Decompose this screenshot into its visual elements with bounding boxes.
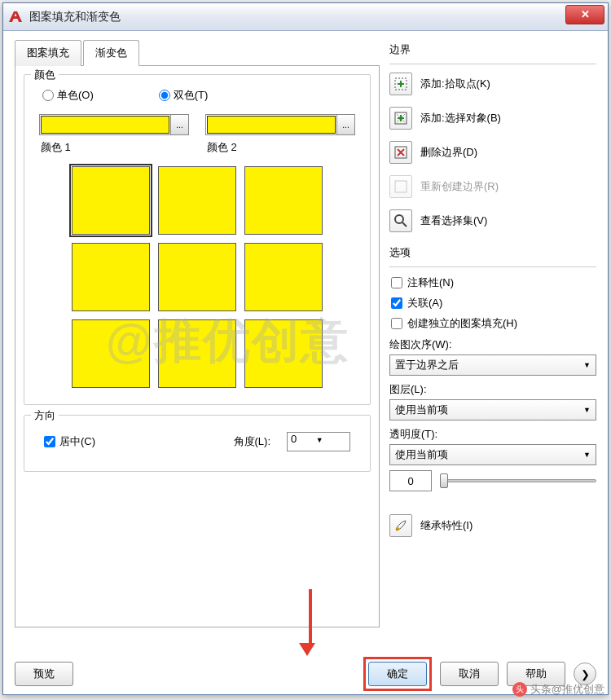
svg-rect-3 — [395, 181, 407, 192]
view-selection-button[interactable] — [389, 209, 412, 232]
cancel-button[interactable]: 取消 — [440, 662, 499, 686]
gradient-pattern-4[interactable] — [72, 243, 150, 311]
add-pick-label: 添加:拾取点(K) — [420, 77, 596, 91]
svg-point-5 — [396, 527, 399, 531]
one-color-radio[interactable]: 单色(O) — [42, 88, 94, 103]
toutiao-icon: 头 — [512, 682, 527, 697]
add-select-object-button[interactable] — [389, 107, 412, 130]
close-icon: ✕ — [581, 8, 590, 20]
chevron-right-icon: ❯ — [581, 668, 590, 680]
color2-swatch[interactable]: ... — [205, 114, 355, 135]
gradient-pattern-6[interactable] — [244, 243, 323, 311]
angle-select[interactable]: 0 ▼ — [287, 432, 350, 451]
gradient-pattern-7[interactable] — [72, 319, 150, 388]
chevron-down-icon: ▼ — [316, 436, 323, 444]
select-object-icon — [393, 111, 408, 125]
color-group: 颜色 单色(O) 双色(T) — [24, 74, 371, 405]
preview-button[interactable]: 预览 — [15, 662, 73, 686]
ok-highlight-annotation: 确定 — [363, 657, 432, 691]
recreate-label: 重新创建边界(R) — [420, 179, 596, 194]
brush-icon — [393, 518, 408, 533]
tab-gradient[interactable]: 渐变色 — [83, 40, 139, 66]
remove-boundary-label: 删除边界(D) — [420, 145, 596, 160]
angle-label: 角度(L): — [234, 434, 271, 449]
chevron-down-icon: ▼ — [583, 451, 591, 459]
recreate-boundary-button — [389, 175, 412, 198]
gradient-pattern-1[interactable] — [72, 166, 150, 235]
remove-boundary-icon — [393, 145, 408, 160]
options-title: 选项 — [389, 245, 596, 260]
direction-group: 方向 居中(C) 角度(L): 0 ▼ — [24, 415, 371, 472]
add-pick-point-button[interactable] — [389, 73, 412, 95]
transparency-label: 透明度(T): — [389, 427, 596, 442]
layer-label: 图层(L): — [389, 382, 596, 397]
transparency-select[interactable]: 使用当前项 ▼ — [389, 444, 596, 465]
color1-swatch[interactable]: ... — [39, 114, 189, 135]
autocad-icon — [7, 8, 24, 26]
gradient-pattern-3[interactable] — [244, 166, 323, 235]
add-select-label: 添加:选择对象(B) — [420, 111, 596, 125]
gradient-pattern-grid — [34, 155, 360, 393]
color2-label: 颜色 2 — [205, 140, 355, 155]
slider-thumb[interactable] — [440, 473, 448, 488]
recreate-icon — [393, 179, 408, 194]
inherit-props-button[interactable] — [389, 514, 412, 537]
inherit-label: 继承特性(I) — [420, 518, 596, 533]
gradient-pattern-8[interactable] — [158, 319, 236, 388]
layer-select[interactable]: 使用当前项 ▼ — [389, 399, 596, 420]
view-selection-label: 查看选择集(V) — [420, 214, 596, 228]
gradient-pattern-5[interactable] — [158, 243, 236, 311]
color-group-title: 颜色 — [31, 68, 59, 82]
boundary-title: 边界 — [389, 42, 596, 57]
tab-hatch[interactable]: 图案填充 — [15, 40, 81, 66]
draw-order-select[interactable]: 置于边界之后 ▼ — [389, 354, 596, 376]
color2-picker-button[interactable]: ... — [336, 115, 354, 134]
pick-point-icon — [393, 77, 408, 91]
window-title: 图案填充和渐变色 — [29, 10, 565, 24]
color2-fill — [207, 116, 336, 134]
svg-point-4 — [395, 215, 403, 223]
transparency-slider[interactable] — [440, 473, 596, 489]
two-color-radio[interactable]: 双色(T) — [159, 88, 209, 103]
footer-watermark: 头 头条@推优创意 — [512, 682, 604, 697]
draw-order-label: 绘图次序(W): — [389, 337, 596, 352]
magnifier-icon — [393, 214, 408, 228]
color1-picker-button[interactable]: ... — [170, 115, 188, 134]
remove-boundary-button[interactable] — [389, 141, 412, 164]
ok-button[interactable]: 确定 — [368, 662, 427, 686]
chevron-down-icon: ▼ — [583, 406, 591, 414]
color1-fill — [41, 116, 169, 134]
center-checkbox[interactable]: 居中(C) — [44, 434, 95, 449]
gradient-pattern-9[interactable] — [244, 319, 323, 388]
transparency-number[interactable]: 0 — [389, 470, 432, 491]
direction-title: 方向 — [31, 408, 59, 423]
color1-label: 颜色 1 — [39, 140, 189, 155]
titlebar: 图案填充和渐变色 ✕ — [3, 3, 608, 31]
close-button[interactable]: ✕ — [565, 5, 604, 24]
chevron-down-icon: ▼ — [583, 361, 591, 369]
separate-hatch-checkbox[interactable]: 创建独立的图案填充(H) — [389, 316, 596, 331]
annotative-checkbox[interactable]: 注释性(N) — [389, 275, 596, 290]
gradient-pattern-2[interactable] — [158, 166, 236, 235]
associative-checkbox[interactable]: 关联(A) — [389, 296, 596, 310]
